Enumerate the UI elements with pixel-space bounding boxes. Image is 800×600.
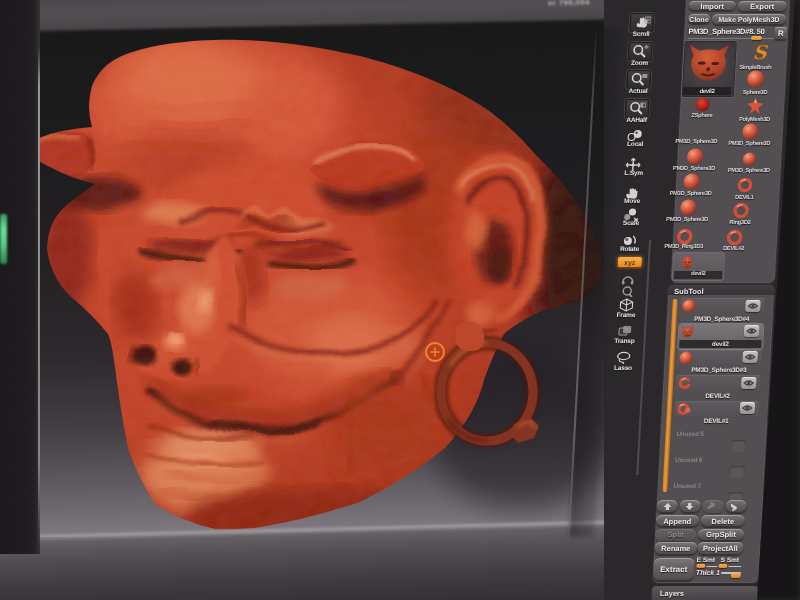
eye-icon xyxy=(742,378,756,388)
zsphere-icon xyxy=(694,97,710,112)
sphere-icon xyxy=(686,148,704,165)
tool-item-pm3d_sphere3d-icon[interactable] xyxy=(686,148,704,165)
eye-icon xyxy=(743,352,757,362)
subtool-header[interactable]: SubTool xyxy=(668,285,775,295)
arrow-curve-icon xyxy=(727,501,744,512)
s-smt-slider[interactable] xyxy=(718,564,727,568)
sphere-icon xyxy=(742,152,757,166)
tool-item-pm3d_sphere3d-icon[interactable] xyxy=(679,199,697,216)
ring-icon xyxy=(737,177,754,193)
tool-item-label: Ring3D2 xyxy=(710,219,770,225)
clone-button[interactable]: Clone xyxy=(688,14,711,24)
subtool-item-label-unused: Unused 6 xyxy=(675,456,725,463)
subtool-eye-toggle[interactable] xyxy=(740,402,756,414)
shelf-label-scroll: Scroll xyxy=(621,30,661,37)
sphere-icon xyxy=(746,70,765,88)
tool-item-pm3d_sphere3d-icon[interactable] xyxy=(682,173,700,190)
subtool-eye-toggle[interactable] xyxy=(744,325,760,337)
shelf-label-rotate: Rotate xyxy=(609,245,649,252)
arrow-curve-dim-icon xyxy=(705,501,722,512)
subtool-item-pm3d_sphere3d3-icon xyxy=(678,351,694,365)
split-button[interactable]: Split xyxy=(655,529,697,541)
s-smt-track xyxy=(728,566,741,568)
tool-item-simplebrush-icon[interactable]: S xyxy=(750,43,768,63)
ring-icon xyxy=(732,202,750,219)
shelf-label-move: Move xyxy=(612,197,652,204)
subtool-item-label-unused: Unused 7 xyxy=(674,482,724,489)
projectall-button[interactable]: ProjectAll xyxy=(697,542,744,555)
subtool-insert-button[interactable] xyxy=(725,500,747,513)
subtool-item-label: DEVIL#1 xyxy=(680,417,752,424)
tool-item-label: PM3D_Sphere3D xyxy=(657,216,717,222)
xyz-button[interactable]: xyz xyxy=(616,256,643,268)
star-icon xyxy=(746,97,765,115)
r-button[interactable]: R xyxy=(774,27,788,40)
subtool-eye-toggle-disabled xyxy=(729,466,745,478)
append-button[interactable]: Append xyxy=(655,515,699,527)
delete-button[interactable]: Delete xyxy=(700,515,745,527)
subtool-item-label: PM3D_Sphere3D#3 xyxy=(683,366,755,373)
subtool-item-pm3d_sphere3d4-icon xyxy=(681,299,697,313)
subtool-eye-toggle-disabled xyxy=(731,440,747,452)
shelf-label-scale: Scale xyxy=(611,219,651,226)
tool-item-pm3d_sphere3d-icon[interactable] xyxy=(741,123,759,140)
magnifier-half-icon xyxy=(628,101,647,116)
e-smt-label: E Smt xyxy=(697,556,716,563)
subtool-eye-toggle[interactable] xyxy=(745,300,761,312)
tool-item-pm3d_sphere3d-icon[interactable] xyxy=(688,121,706,137)
subtool-shuffle-button[interactable] xyxy=(702,500,724,513)
svg-text:S: S xyxy=(752,43,768,63)
tool-item-devil2-icon[interactable] xyxy=(725,229,743,246)
rename-button[interactable]: Rename xyxy=(654,542,698,555)
tool-name-slider[interactable]: PM3D_Sphere3D#8. 50 xyxy=(688,27,774,36)
tool-item-label: devil2 xyxy=(668,270,728,276)
headphones-icon xyxy=(620,271,637,282)
tool-item-ring3d2-icon[interactable] xyxy=(732,202,750,219)
monitor-photo: er 799,094 ScrollZoomActualAAHalfLocalL.… xyxy=(0,0,800,600)
tool-name-track xyxy=(688,38,784,39)
eye-icon xyxy=(741,403,755,413)
make-polymesh3d-button[interactable]: Make PolyMesh3D xyxy=(712,14,787,25)
export-button[interactable]: Export xyxy=(737,1,787,12)
shelf-label-actual: Actual xyxy=(618,87,658,94)
tool-item-devil2-icon[interactable] xyxy=(680,254,694,271)
subtool-up-button[interactable] xyxy=(656,500,678,513)
thick-slider[interactable] xyxy=(731,573,741,578)
subtool-down-button[interactable] xyxy=(679,500,701,513)
s-smt-label: S Smt xyxy=(721,556,740,563)
e-smt-slider[interactable] xyxy=(696,564,705,568)
arrow-down-icon xyxy=(681,501,698,512)
tool-item-polymesh3d-icon[interactable] xyxy=(746,97,765,115)
grpsplit-button[interactable]: GrpSplit xyxy=(698,529,745,541)
sphere-icon xyxy=(681,299,697,313)
tool-item-pm3d_sphere3d-icon[interactable] xyxy=(742,152,757,166)
tool-name-handle[interactable] xyxy=(751,36,762,40)
subtool-item-devil1-icon xyxy=(675,402,691,416)
tool-item-sphere3d-icon[interactable] xyxy=(746,70,765,88)
shelf-label-transp: Transp xyxy=(604,337,644,344)
sphere-icon xyxy=(741,123,759,140)
q-icon xyxy=(619,285,636,297)
subtool-eye-toggle[interactable] xyxy=(741,377,757,389)
tool-item-pm3d_ring3d3-icon[interactable] xyxy=(675,228,693,245)
subtool-item-label: devil2 xyxy=(679,340,761,347)
e-smt-track xyxy=(706,566,717,568)
import-button[interactable]: Import xyxy=(688,1,736,11)
sphere-icon xyxy=(682,173,700,190)
shelf-label-local: Local xyxy=(615,140,655,147)
extract-button[interactable]: Extract xyxy=(653,558,695,581)
tool-item-zsphere-icon[interactable] xyxy=(694,97,710,112)
subtool-eye-toggle[interactable] xyxy=(742,351,758,363)
tool-item-label: DEVIL1 xyxy=(714,194,774,200)
tool-item-devil1-icon[interactable] xyxy=(737,177,754,193)
tool-item-label: ZSphere xyxy=(672,112,732,118)
s-brush-icon: S xyxy=(750,43,768,63)
thick-label: Thick 1 xyxy=(696,569,721,576)
tool-item-label: PM3D_Sphere3D xyxy=(719,140,779,146)
ring-clasp-icon xyxy=(675,402,691,416)
tool-item-label: PM3D_Sphere3D xyxy=(666,138,726,144)
document-outside-shade xyxy=(569,28,623,537)
q-icon xyxy=(619,283,636,295)
tool-item-label: Sphere3D xyxy=(725,89,785,95)
tray-divider-line xyxy=(636,240,650,475)
